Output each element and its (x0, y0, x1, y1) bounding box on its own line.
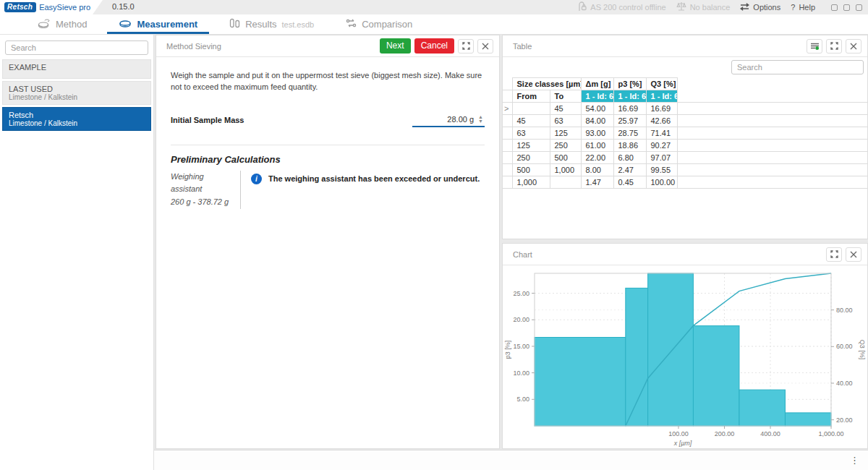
table-cell[interactable]: 250 (512, 152, 550, 164)
col-size-classes[interactable]: Size classes [µm] (512, 78, 581, 90)
table-cell[interactable]: 93.00 (581, 127, 613, 140)
window-minimize-button[interactable] (831, 4, 838, 11)
col-p3[interactable]: p3 [%] (613, 78, 646, 90)
sidebar-search[interactable] (5, 40, 148, 55)
histogram-bar[interactable] (693, 326, 739, 426)
row-marker[interactable] (503, 140, 512, 152)
histogram-bar[interactable] (785, 413, 831, 426)
particle-size-chart[interactable]: 5.0010.0015.0020.0025.0020.0040.0060.008… (503, 265, 867, 448)
table-cell[interactable]: 61.00 (581, 140, 613, 152)
row-marker[interactable] (503, 176, 512, 189)
table-cell[interactable]: 500 (512, 164, 550, 176)
histogram-bar[interactable] (648, 273, 694, 426)
row-marker[interactable] (503, 115, 512, 127)
tab-measurement[interactable]: Measurement (103, 14, 213, 34)
table-cell[interactable]: 0.45 (613, 176, 646, 189)
table-cell[interactable]: 97.07 (646, 152, 677, 164)
table-cell[interactable] (677, 164, 867, 176)
kebab-menu-icon[interactable]: ⋮ (850, 456, 859, 466)
table-cell[interactable]: 84.00 (581, 115, 613, 127)
table-cell[interactable]: 54.00 (581, 103, 613, 115)
table-cell[interactable]: 71.41 (646, 127, 677, 140)
options-button[interactable]: Options (740, 3, 780, 12)
row-marker[interactable] (503, 164, 512, 176)
row-marker[interactable] (503, 152, 512, 164)
next-button[interactable]: Next (380, 38, 411, 54)
table-row[interactable]: >4554.0016.6916.69 (503, 103, 867, 115)
col-q3[interactable]: Q3 [%] (646, 78, 677, 90)
series-header[interactable]: 1 - Id: 6 (646, 90, 677, 103)
table-cell[interactable] (550, 176, 581, 189)
table-cell[interactable]: 125 (512, 140, 550, 152)
cancel-button[interactable]: Cancel (414, 38, 454, 54)
col-dm[interactable]: Δm [g] (581, 78, 613, 90)
table-cell[interactable]: 1,000 (512, 176, 550, 189)
table-row[interactable]: 456384.0025.9742.66 (503, 115, 867, 127)
tab-method[interactable]: Method (22, 14, 103, 34)
table-cell[interactable]: 45 (550, 103, 581, 115)
col-to[interactable]: To (550, 90, 581, 103)
sidebar-item-retsch[interactable]: Retsch Limestone / Kalkstein (2, 107, 151, 131)
table-cell[interactable]: 63 (512, 127, 550, 140)
table-cell[interactable]: 125 (550, 127, 581, 140)
table-cell[interactable]: 2.47 (613, 164, 646, 176)
table-row[interactable]: 1,0001.470.45100.00 (503, 176, 867, 189)
histogram-bar[interactable] (626, 288, 648, 426)
table-cell[interactable]: 500 (550, 152, 581, 164)
table-cell[interactable] (512, 103, 550, 115)
table-cell[interactable] (677, 152, 867, 164)
table-cell[interactable]: 100.00 (646, 176, 677, 189)
tab-comparison[interactable]: Comparison (330, 14, 428, 34)
expand-panel-button[interactable] (458, 39, 474, 54)
close-panel-button[interactable] (477, 39, 493, 54)
table-cell[interactable]: 22.00 (581, 152, 613, 164)
table-cell[interactable] (677, 103, 867, 115)
table-row[interactable]: 25050022.006.8097.07 (503, 152, 867, 164)
col-from[interactable]: From (512, 90, 550, 103)
table-cell[interactable]: 42.66 (646, 115, 677, 127)
table-cell[interactable]: 99.55 (646, 164, 677, 176)
sidebar-item-example[interactable]: EXAMPLE (2, 59, 151, 79)
table-cell[interactable]: 1.47 (581, 176, 613, 189)
histogram-bar[interactable] (535, 338, 626, 426)
row-marker[interactable]: > (503, 103, 512, 115)
histogram-bar[interactable] (739, 390, 786, 426)
row-marker[interactable] (503, 127, 512, 140)
series-header[interactable]: 1 - Id: 6 (613, 90, 646, 103)
table-cell[interactable]: 90.27 (646, 140, 677, 152)
tab-results[interactable]: Results test.esdb (213, 14, 330, 34)
table-cell[interactable] (677, 140, 867, 152)
table-row[interactable]: 5001,0008.002.4799.55 (503, 164, 867, 176)
table-cell[interactable]: 28.75 (613, 127, 646, 140)
sidebar-item-last-used[interactable]: LAST USED Limestone / Kalkstein (2, 81, 151, 105)
table-cell[interactable] (677, 176, 867, 189)
series-header[interactable]: 1 - Id: 6 (581, 90, 613, 103)
table-cell[interactable]: 25.97 (613, 115, 646, 127)
stepper-arrows[interactable]: ▲▼ (478, 115, 483, 124)
expand-panel-button[interactable] (826, 247, 842, 262)
table-cell[interactable]: 16.69 (613, 103, 646, 115)
table-cell[interactable] (677, 115, 867, 127)
window-maximize-button[interactable] (843, 4, 850, 11)
sidebar-search-input[interactable] (6, 43, 148, 52)
table-row[interactable]: 12525061.0018.8690.27 (503, 140, 867, 152)
close-panel-button[interactable] (846, 247, 861, 262)
mass-input[interactable]: 28.00 g ▲▼ (412, 114, 485, 127)
expand-panel-button[interactable] (826, 39, 842, 54)
table-cell[interactable]: 1,000 (550, 164, 581, 176)
table-cell[interactable]: 16.69 (646, 103, 677, 115)
table-cell[interactable]: 45 (512, 115, 550, 127)
table-row[interactable]: 6312593.0028.7571.41 (503, 127, 867, 140)
table-search-input[interactable] (732, 63, 863, 72)
help-button[interactable]: ? Help (791, 3, 815, 12)
table-cell[interactable] (677, 127, 867, 140)
table-options-icon[interactable] (807, 39, 822, 54)
table-cell[interactable]: 6.80 (613, 152, 646, 164)
table-search[interactable] (731, 60, 864, 74)
table-cell[interactable]: 250 (550, 140, 581, 152)
close-panel-button[interactable] (846, 39, 861, 54)
table-cell[interactable]: 18.86 (613, 140, 646, 152)
table-cell[interactable]: 8.00 (581, 164, 613, 176)
table-cell[interactable]: 63 (550, 115, 581, 127)
window-close-button[interactable] (856, 4, 862, 11)
